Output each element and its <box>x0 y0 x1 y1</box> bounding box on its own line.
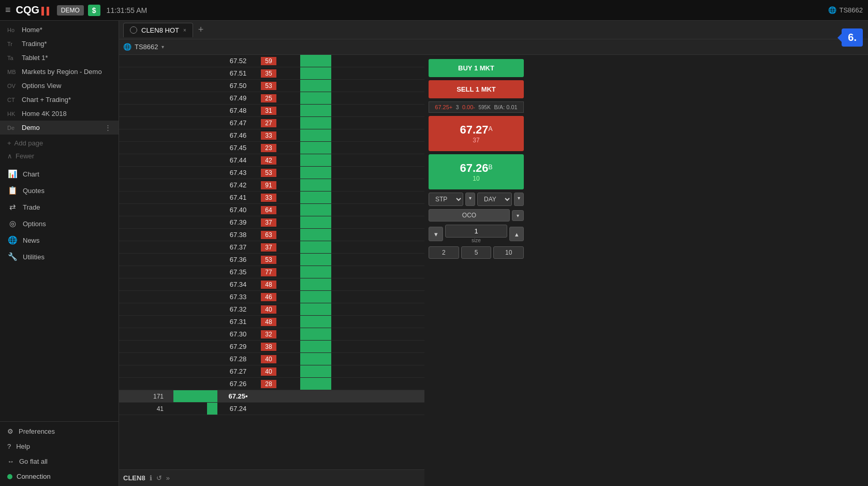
size-preset-2[interactable]: 2 <box>429 246 459 259</box>
add-tab-button[interactable]: + <box>195 24 207 35</box>
price-cell[interactable]: 67.29 <box>217 343 259 350</box>
tab-close-icon[interactable]: × <box>183 27 186 33</box>
price-cell[interactable]: 67.46 <box>217 131 259 139</box>
size-preset-10[interactable]: 10 <box>493 246 524 259</box>
sidebar-item-tablet[interactable]: Ta Tablet 1* <box>0 51 119 65</box>
price-row[interactable]: 67.29 38 <box>119 341 424 353</box>
oco-button[interactable]: OCO <box>429 209 510 222</box>
buy-market-button[interactable]: BUY 1 MKT <box>429 59 524 77</box>
price-cell[interactable]: 67.25▪ <box>217 392 259 400</box>
dollar-badge[interactable]: $ <box>88 5 100 16</box>
price-cell[interactable]: 67.27 <box>217 367 259 375</box>
price-cell[interactable]: 67.48 <box>217 107 259 114</box>
price-cell[interactable]: 67.36 <box>217 256 259 263</box>
sidebar-item-options-view[interactable]: OV Options View <box>0 79 119 93</box>
price-row[interactable]: 67.33 46 <box>119 291 424 303</box>
price-row[interactable]: 67.30 32 <box>119 328 424 341</box>
price-row[interactable]: 67.32 40 <box>119 303 424 316</box>
price-cell[interactable]: 67.50 <box>217 82 259 90</box>
price-cell[interactable]: 67.42 <box>217 181 259 189</box>
account-dropdown-icon[interactable]: ▾ <box>161 44 164 50</box>
price-cell[interactable]: 67.45 <box>217 144 259 152</box>
footer-info-button[interactable]: ℹ <box>150 474 152 482</box>
tab-clen8-hot[interactable]: CLEN8 HOT × <box>123 23 193 37</box>
notification-badge[interactable]: 6. <box>842 28 863 47</box>
tool-trade[interactable]: ⇄ Trade <box>0 199 119 215</box>
tool-quotes[interactable]: 📋 Quotes <box>0 182 119 199</box>
price-cell[interactable]: 67.49 <box>217 94 259 102</box>
price-cell[interactable]: 67.24 <box>217 405 259 413</box>
sidebar-item-trading[interactable]: Tr Trading* <box>0 37 119 51</box>
price-cell[interactable]: 67.52 <box>217 57 259 65</box>
price-row[interactable]: 67.28 40 <box>119 353 424 365</box>
price-row[interactable]: 67.39 37 <box>119 216 424 229</box>
price-cell[interactable]: 67.41 <box>217 194 259 201</box>
order-type-dropdown-icon[interactable]: ▾ <box>465 193 475 206</box>
price-cell[interactable]: 67.26 <box>217 380 259 388</box>
price-row[interactable]: 67.40 64 <box>119 204 424 216</box>
price-cell[interactable]: 67.33 <box>217 293 259 301</box>
price-cell[interactable]: 67.40 <box>217 206 259 214</box>
ladder-body[interactable]: 67.52 59 67.51 35 67.50 53 <box>119 55 424 469</box>
menu-icon[interactable]: ≡ <box>5 5 11 16</box>
fewer-button[interactable]: ∧ Fewer <box>0 150 119 163</box>
help-button[interactable]: ? Help <box>0 439 119 454</box>
price-row[interactable]: 67.34 48 <box>119 278 424 291</box>
price-cell[interactable]: 67.38 <box>217 231 259 239</box>
price-row[interactable]: 67.48 31 <box>119 105 424 117</box>
size-input[interactable] <box>445 225 507 238</box>
sidebar-item-home[interactable]: Ho Home* <box>0 23 119 37</box>
tool-news[interactable]: 🌐 News <box>0 232 119 248</box>
bid-price-display[interactable]: 67.26B 10 <box>429 154 524 189</box>
size-decrease-button[interactable]: ▾ <box>429 227 443 241</box>
price-cell[interactable]: 67.47 <box>217 119 259 127</box>
add-page-button[interactable]: + + Add page Add page <box>0 137 119 150</box>
tool-utilities[interactable]: 🔧 Utilities <box>0 248 119 265</box>
footer-refresh-button[interactable]: ↺ <box>156 474 162 482</box>
demo-more-icon[interactable]: ⋮ <box>105 124 111 131</box>
ask-price-display[interactable]: 67.27A 37 <box>429 116 524 151</box>
price-cell[interactable]: 67.34 <box>217 281 259 288</box>
price-row[interactable]: 67.45 23 <box>119 142 424 154</box>
time-type-select[interactable]: DAY GTC IOC <box>477 193 512 206</box>
price-row[interactable]: 67.27 40 <box>119 365 424 378</box>
user-info[interactable]: 🌐 TS8662 <box>828 6 863 14</box>
sidebar-item-home4k[interactable]: HK Home 4K 2018 <box>0 107 119 121</box>
size-preset-5[interactable]: 5 <box>461 246 492 259</box>
size-increase-button[interactable]: ▴ <box>509 227 524 241</box>
sidebar-item-markets[interactable]: MB Markets by Region - Demo <box>0 65 119 79</box>
price-row[interactable]: 67.35 77 <box>119 266 424 278</box>
price-row[interactable]: 67.46 33 <box>119 129 424 142</box>
go-flat-all-button[interactable]: ↔ Go flat all <box>0 454 119 469</box>
price-row[interactable]: 67.36 53 <box>119 254 424 266</box>
demo-badge[interactable]: DEMO <box>57 5 84 16</box>
preferences-button[interactable]: ⚙ Preferences <box>0 424 119 439</box>
tool-chart[interactable]: 📊 Chart <box>0 166 119 182</box>
price-row[interactable]: 67.26 28 <box>119 378 424 390</box>
price-cell[interactable]: 67.35 <box>217 268 259 276</box>
price-row[interactable]: 67.31 48 <box>119 316 424 328</box>
price-cell[interactable]: 67.51 <box>217 69 259 77</box>
time-type-dropdown-icon[interactable]: ▾ <box>514 193 524 206</box>
price-cell[interactable]: 67.31 <box>217 318 259 326</box>
price-cell[interactable]: 67.28 <box>217 355 259 363</box>
price-row[interactable]: 67.41 33 <box>119 192 424 204</box>
price-cell[interactable]: 67.37 <box>217 243 259 251</box>
price-row[interactable]: 171 67.25▪ <box>119 390 424 403</box>
sidebar-item-demo[interactable]: De Demo ⋮ <box>0 121 119 135</box>
oco-expand-button[interactable]: ▾ <box>512 210 524 221</box>
price-cell[interactable]: 67.32 <box>217 305 259 313</box>
price-row[interactable]: 67.47 27 <box>119 117 424 129</box>
price-cell[interactable]: 67.39 <box>217 218 259 226</box>
price-row[interactable]: 67.51 35 <box>119 67 424 80</box>
price-row[interactable]: 67.43 53 <box>119 167 424 179</box>
footer-expand-button[interactable]: » <box>166 474 170 482</box>
price-row[interactable]: 41 67.24 <box>119 403 424 415</box>
price-cell[interactable]: 67.43 <box>217 169 259 176</box>
sell-market-button[interactable]: SELL 1 MKT <box>429 80 524 98</box>
price-row[interactable]: 67.38 63 <box>119 229 424 241</box>
price-row[interactable]: 67.52 59 <box>119 55 424 67</box>
order-type-select[interactable]: STP LMT MKT <box>429 193 463 206</box>
tool-options[interactable]: ◎ Options <box>0 215 119 232</box>
price-row[interactable]: 67.49 25 <box>119 92 424 105</box>
